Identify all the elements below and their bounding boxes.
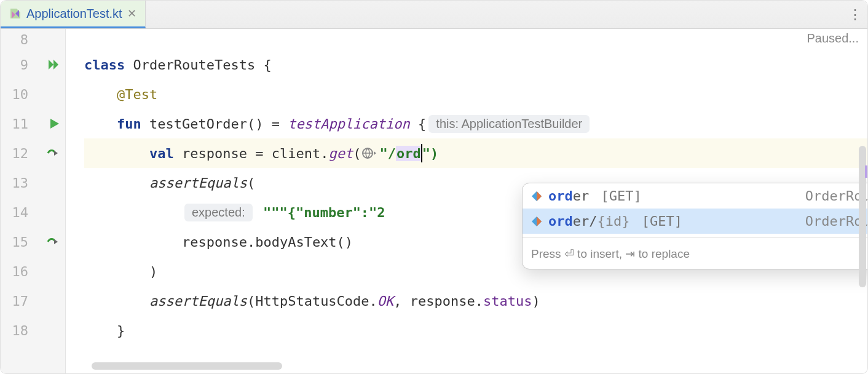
- code-line-current[interactable]: val response = client.get("/ord"): [84, 138, 867, 168]
- completion-footer: Press ⏎ to insert, ⇥ to replace ⋮: [523, 238, 868, 269]
- completion-popup[interactable]: order [GET] OrderRoutesKt order/{id} [GE…: [522, 183, 868, 269]
- completion-item-selected[interactable]: order/{id} [GET] OrderRoutesKt: [523, 209, 868, 234]
- line-number: 11: [12, 116, 29, 132]
- tab-bar: ApplicationTest.kt ✕ ⋮: [1, 1, 867, 29]
- inlay-hint: expected:: [184, 204, 253, 221]
- url-globe-icon[interactable]: [362, 146, 378, 160]
- endpoint-gutter-icon[interactable]: [45, 147, 60, 159]
- file-tab-active[interactable]: ApplicationTest.kt ✕: [1, 1, 146, 28]
- line-number: 10: [12, 87, 29, 102]
- editor: 8 9 10 11 12 13 14 15 16: [1, 29, 867, 373]
- run-all-gutter-icon[interactable]: [47, 58, 60, 71]
- endpoint-gutter-icon[interactable]: [45, 236, 60, 248]
- code-line[interactable]: assertEquals(HttpStatusCode.OK, response…: [84, 286, 867, 316]
- completion-item[interactable]: order [GET] OrderRoutesKt: [523, 183, 868, 209]
- gutter: 8 9 10 11 12 13 14 15 16: [1, 29, 66, 373]
- tab-options-button[interactable]: ⋮: [843, 1, 867, 28]
- run-gutter-icon[interactable]: [48, 117, 60, 130]
- line-number: 15: [12, 234, 29, 250]
- line-number: 13: [12, 175, 29, 191]
- marker-stripe[interactable]: [856, 169, 867, 175]
- line-number: 14: [12, 205, 29, 220]
- code-line[interactable]: @Test: [84, 79, 867, 109]
- tab-filename: ApplicationTest.kt: [26, 7, 122, 21]
- line-number: 8: [20, 32, 28, 47]
- line-number: 9: [20, 57, 28, 73]
- route-icon: [531, 191, 542, 202]
- line-number: 12: [12, 146, 29, 161]
- line-number: 17: [12, 293, 29, 309]
- inlay-hint: this: ApplicationTestBuilder: [428, 115, 590, 133]
- code-line[interactable]: }: [84, 316, 867, 345]
- close-tab-icon[interactable]: ✕: [127, 7, 136, 20]
- line-number: 18: [12, 323, 29, 338]
- code-area[interactable]: Paused... class OrderRouteTests { @Test …: [66, 29, 867, 373]
- horizontal-scrollbar[interactable]: [92, 362, 282, 370]
- code-line[interactable]: fun testGetOrder() = testApplication { t…: [84, 109, 867, 138]
- line-number: 16: [12, 264, 29, 279]
- route-icon: [531, 216, 542, 227]
- debug-status: Paused...: [807, 31, 859, 46]
- kotlin-file-icon: [9, 7, 22, 20]
- code-line[interactable]: class OrderRouteTests {: [84, 50, 867, 79]
